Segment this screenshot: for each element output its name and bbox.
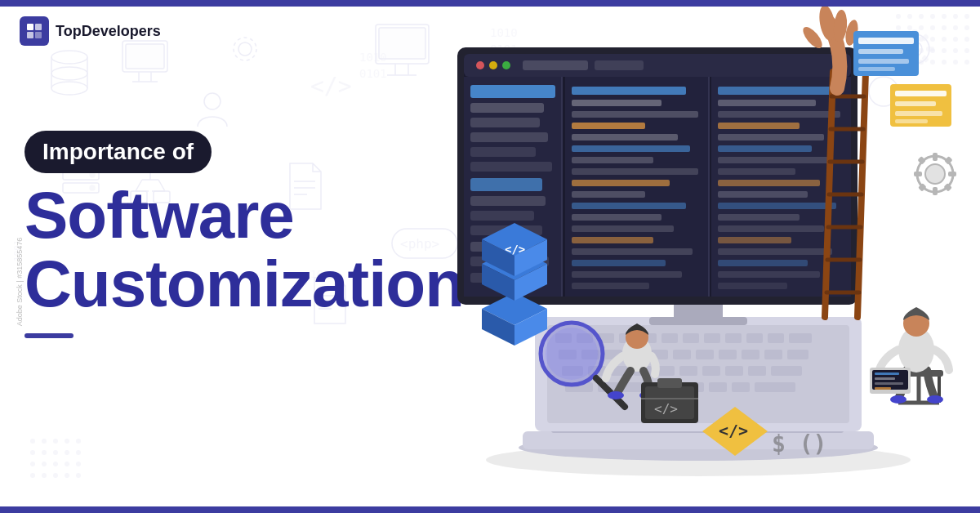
- svg-point-154: [502, 61, 510, 69]
- svg-rect-226: [858, 38, 914, 44]
- svg-point-1: [51, 67, 87, 80]
- svg-rect-140: [748, 366, 766, 376]
- svg-rect-175: [572, 123, 645, 129]
- svg-rect-191: [718, 87, 832, 95]
- svg-rect-141: [771, 366, 802, 376]
- svg-rect-164: [470, 178, 542, 191]
- svg-rect-156: [595, 60, 644, 70]
- svg-point-153: [489, 61, 497, 69]
- svg-point-77: [65, 439, 69, 444]
- svg-rect-204: [718, 237, 791, 243]
- svg-rect-130: [764, 350, 782, 359]
- title-line1: Software: [24, 181, 464, 250]
- svg-rect-4: [126, 44, 164, 69]
- svg-rect-161: [470, 132, 548, 142]
- title-line2: Customization: [24, 250, 464, 319]
- svg-rect-174: [572, 111, 698, 118]
- svg-point-5: [238, 42, 252, 56]
- svg-point-6: [234, 38, 256, 60]
- svg-rect-165: [470, 196, 546, 206]
- logo-box: [20, 16, 49, 46]
- svg-rect-237: [933, 153, 938, 161]
- svg-rect-239: [914, 172, 922, 176]
- svg-text:1010: 1010: [359, 51, 387, 64]
- banner: </> <php>: [0, 0, 980, 513]
- svg-rect-172: [572, 87, 686, 95]
- svg-rect-166: [470, 211, 534, 221]
- svg-rect-240: [948, 172, 956, 176]
- svg-point-88: [76, 462, 81, 466]
- svg-rect-163: [470, 162, 552, 172]
- svg-rect-160: [470, 118, 540, 127]
- svg-rect-118: [746, 333, 763, 343]
- svg-rect-131: [787, 350, 808, 359]
- svg-point-87: [65, 462, 69, 466]
- svg-point-2: [51, 82, 87, 95]
- svg-rect-208: [718, 283, 787, 289]
- svg-rect-145: [732, 382, 750, 392]
- svg-rect-205: [718, 248, 832, 255]
- watermark: Adobe Stock | #315855476: [16, 238, 24, 326]
- svg-rect-198: [718, 168, 795, 175]
- svg-rect-162: [470, 147, 536, 157]
- bottom-bar: [0, 506, 980, 513]
- svg-rect-282: [875, 382, 903, 385]
- svg-rect-233: [895, 111, 942, 116]
- svg-rect-186: [572, 248, 693, 255]
- svg-text:</>: </>: [654, 401, 678, 417]
- svg-point-85: [42, 462, 47, 466]
- logo-text: TopDevelopers: [56, 23, 161, 40]
- text-content: Importance of Software Customization: [24, 131, 464, 338]
- svg-rect-194: [718, 123, 800, 129]
- svg-rect-280: [875, 372, 899, 375]
- svg-text:</>: </>: [719, 421, 748, 440]
- svg-rect-196: [718, 145, 812, 152]
- svg-rect-206: [718, 260, 808, 266]
- main-title: Software Customization: [24, 181, 464, 319]
- svg-rect-100: [35, 24, 42, 30]
- svg-rect-144: [709, 382, 727, 392]
- svg-rect-283: [875, 387, 891, 390]
- svg-rect-184: [572, 225, 674, 232]
- svg-rect-181: [572, 191, 645, 198]
- svg-rect-229: [858, 67, 895, 71]
- svg-rect-238: [933, 187, 938, 195]
- svg-rect-281: [875, 377, 895, 380]
- svg-point-86: [53, 462, 58, 466]
- svg-point-90: [42, 473, 47, 478]
- svg-rect-183: [572, 214, 662, 221]
- svg-text:1001: 1001: [12, 240, 23, 262]
- svg-rect-151: [464, 54, 851, 77]
- svg-rect-139: [725, 366, 743, 376]
- svg-rect-192: [718, 100, 816, 106]
- svg-rect-129: [742, 350, 760, 359]
- svg-text:$ (): $ (): [772, 430, 826, 457]
- svg-rect-264: [657, 378, 682, 388]
- svg-rect-128: [719, 350, 737, 359]
- svg-rect-193: [718, 111, 840, 118]
- svg-rect-228: [858, 59, 909, 64]
- svg-rect-137: [679, 366, 697, 376]
- svg-rect-234: [895, 119, 928, 123]
- svg-rect-203: [718, 225, 824, 232]
- svg-rect-138: [702, 366, 720, 376]
- svg-rect-116: [704, 333, 720, 343]
- svg-rect-195: [718, 134, 824, 141]
- svg-rect-202: [718, 214, 800, 221]
- svg-rect-189: [572, 283, 649, 289]
- svg-rect-148: [649, 317, 747, 325]
- top-bar: [0, 0, 980, 7]
- svg-rect-127: [696, 350, 714, 359]
- svg-point-256: [546, 328, 598, 380]
- svg-text:0101: 0101: [359, 67, 387, 80]
- svg-point-0: [51, 51, 87, 64]
- svg-point-92: [65, 473, 69, 478]
- svg-rect-242: [944, 156, 953, 165]
- svg-point-84: [30, 462, 35, 466]
- svg-rect-114: [662, 333, 678, 343]
- svg-rect-159: [470, 103, 544, 113]
- svg-text:</>: </>: [505, 243, 525, 256]
- svg-point-89: [30, 473, 35, 478]
- svg-rect-199: [718, 180, 820, 186]
- illustration: </>: [408, 7, 980, 506]
